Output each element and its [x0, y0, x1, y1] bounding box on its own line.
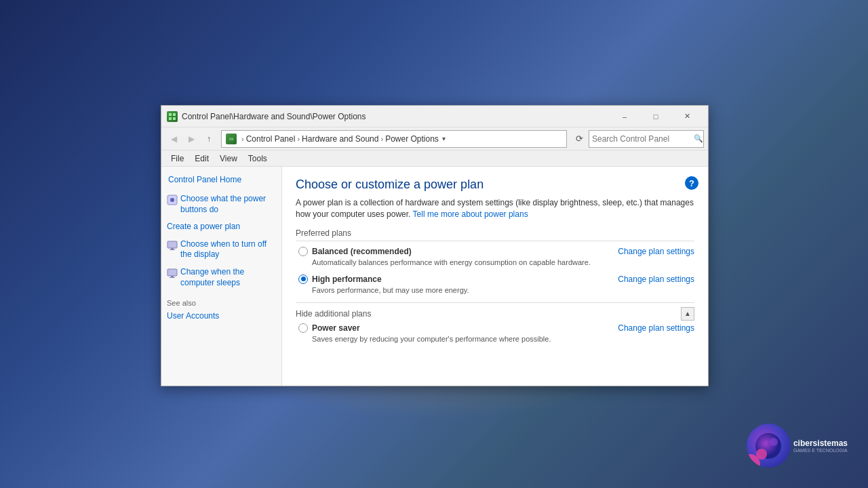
radio-balanced[interactable]: [298, 247, 308, 256]
plan-high-performance: High performance Change plan settings Fa…: [296, 274, 694, 294]
search-box: 🔍: [589, 130, 704, 148]
address-dropdown-button[interactable]: ▾: [439, 130, 450, 148]
svg-point-16: [770, 438, 778, 446]
sidebar-item-create-plan[interactable]: Create a power plan: [167, 222, 276, 232]
plan-high-performance-header: High performance Change plan settings: [298, 274, 694, 284]
plan-high-performance-change-link[interactable]: Change plan settings: [618, 274, 694, 284]
svg-point-7: [170, 198, 174, 202]
plan-power-saver-header: Power saver Change plan settings: [298, 323, 694, 333]
svg-rect-11: [167, 269, 177, 276]
plan-power-saver: Power saver Change plan settings Saves e…: [296, 323, 694, 343]
sidebar-home-link[interactable]: Control Panel Home: [167, 175, 276, 184]
plan-balanced-name: Balanced (recommended): [312, 247, 412, 256]
window-title: Control Panel\Hardware and Sound\Power O…: [182, 112, 609, 121]
see-also-title: See also: [167, 299, 276, 307]
sidebar-icon-power-buttons: [167, 195, 178, 205]
sidebar-label-power-buttons: Choose what the power buttons do: [180, 194, 276, 215]
sidebar-label-create-plan: Create a power plan: [167, 222, 240, 232]
sidebar-icon-computer-sleeps: [167, 268, 178, 279]
svg-rect-1: [173, 113, 176, 116]
content-area: ? Choose or customize a power plan A pow…: [282, 167, 708, 386]
svg-point-15: [756, 449, 767, 460]
menu-edit[interactable]: Edit: [189, 150, 214, 167]
search-input[interactable]: [592, 134, 694, 144]
hide-additional-plans-button[interactable]: ▲: [681, 307, 694, 321]
nav-bar: ◀ ▶ ↑ › Control Panel › Hardware and Sou…: [161, 127, 708, 150]
address-bar: › Control Panel › Hardware and Sound › P…: [221, 130, 567, 148]
logo-watermark: cibersistemas GAMES E TECNOLOGIA: [747, 424, 848, 468]
title-bar: Control Panel\Hardware and Sound\Power O…: [161, 106, 708, 127]
preferred-plans-title: Preferred plans: [296, 228, 694, 241]
svg-rect-9: [171, 248, 174, 249]
svg-rect-3: [173, 117, 176, 120]
logo-subtext: GAMES E TECNOLOGIA: [793, 448, 848, 453]
sidebar-icon-turn-off-display: [167, 240, 178, 251]
minimize-button[interactable]: –: [609, 106, 640, 127]
radio-high-performance[interactable]: [298, 274, 308, 284]
svg-rect-0: [169, 113, 172, 116]
content-description: A power plan is a collection of hardware…: [296, 197, 694, 220]
plan-balanced-change-link[interactable]: Change plan settings: [618, 247, 694, 256]
sidebar: Control Panel Home Choose what the power…: [161, 167, 282, 386]
plan-power-saver-label: Power saver: [298, 323, 360, 333]
menu-tools[interactable]: Tools: [243, 150, 273, 167]
refresh-button[interactable]: ⟳: [571, 131, 587, 147]
plan-balanced-desc: Automatically balances performance with …: [298, 258, 694, 266]
svg-rect-12: [171, 276, 174, 277]
sidebar-item-computer-sleeps[interactable]: Change when the computer sleeps: [167, 267, 276, 288]
learn-more-link[interactable]: Tell me more about power plans: [413, 209, 528, 219]
plan-balanced-header: Balanced (recommended) Change plan setti…: [298, 247, 694, 256]
sidebar-label-turn-off-display: Choose when to turn off the display: [180, 239, 276, 260]
search-button[interactable]: 🔍: [694, 132, 703, 146]
sidebar-label-user-accounts: User Accounts: [167, 311, 219, 322]
plan-power-saver-desc: Saves energy by reducing your computer's…: [298, 335, 694, 343]
menu-bar: File Edit View Tools: [161, 150, 708, 167]
help-button[interactable]: ?: [685, 176, 698, 190]
svg-rect-8: [167, 241, 177, 248]
plan-power-saver-change-link[interactable]: Change plan settings: [618, 323, 694, 333]
plan-balanced-label: Balanced (recommended): [298, 247, 412, 256]
window-icon: [167, 111, 178, 122]
up-button[interactable]: ↑: [201, 131, 217, 147]
plan-high-performance-label: High performance: [298, 274, 382, 284]
sidebar-item-power-buttons[interactable]: Choose what the power buttons do: [167, 194, 276, 215]
main-window: Control Panel\Hardware and Sound\Power O…: [161, 105, 709, 386]
plan-high-performance-desc: Favors performance, but may use more ene…: [298, 286, 694, 294]
plan-balanced: Balanced (recommended) Change plan setti…: [296, 247, 694, 266]
address-icon: [226, 134, 237, 144]
breadcrumb-level3: Power Options: [385, 134, 439, 144]
svg-rect-2: [169, 117, 172, 120]
back-button[interactable]: ◀: [165, 131, 182, 147]
additional-plans-title: Hide additional plans: [296, 309, 371, 319]
plan-power-saver-name: Power saver: [312, 323, 360, 333]
sidebar-item-turn-off-display[interactable]: Choose when to turn off the display: [167, 239, 276, 260]
restore-button[interactable]: □: [640, 106, 671, 127]
breadcrumb-level2: Hardware and Sound: [302, 134, 378, 144]
additional-plans-header: Hide additional plans ▲: [296, 303, 694, 323]
logo-icon: [747, 424, 791, 468]
close-button[interactable]: ✕: [671, 106, 703, 127]
forward-button[interactable]: ▶: [183, 131, 199, 147]
svg-rect-13: [170, 277, 175, 278]
radio-power-saver[interactable]: [298, 323, 308, 333]
window-controls: – □ ✕: [609, 106, 703, 127]
breadcrumb-level1: Control Panel: [246, 134, 296, 144]
additional-plans-section: Hide additional plans ▲ Power saver Chan…: [296, 302, 694, 343]
plan-high-performance-name: High performance: [312, 274, 382, 284]
main-content: Control Panel Home Choose what the power…: [161, 167, 708, 386]
page-title: Choose or customize a power plan: [296, 178, 694, 192]
svg-rect-10: [170, 249, 175, 250]
menu-view[interactable]: View: [214, 150, 243, 167]
logo-text: cibersistemas: [793, 439, 848, 448]
sidebar-item-user-accounts[interactable]: User Accounts: [167, 311, 276, 322]
menu-file[interactable]: File: [165, 150, 189, 167]
sidebar-label-computer-sleeps: Change when the computer sleeps: [180, 267, 276, 288]
